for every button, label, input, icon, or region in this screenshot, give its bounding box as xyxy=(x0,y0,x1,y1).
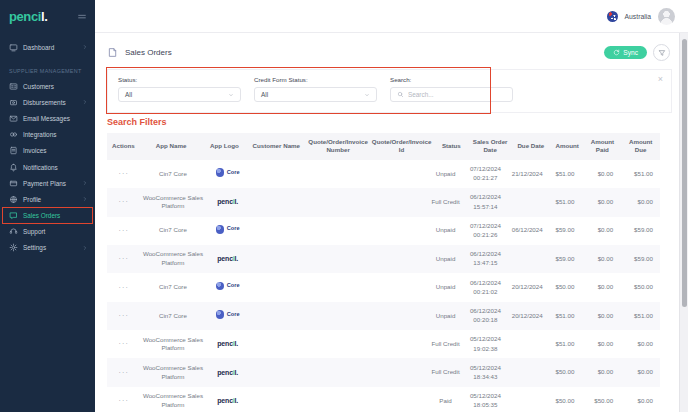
cin7-core-logo: Core xyxy=(216,310,240,319)
credit-form-status-select[interactable]: All xyxy=(254,87,377,102)
table-row[interactable]: ··· Cin7 Core Core Unpaid 06/12/202400:2… xyxy=(107,302,660,330)
cell-due-date xyxy=(507,256,548,262)
sidebar-item-integrations[interactable]: Integrations xyxy=(0,127,95,143)
sidebar-item-customers[interactable]: Customers xyxy=(0,78,95,94)
sidebar-item-profile[interactable]: Profile xyxy=(0,191,95,207)
sync-icon xyxy=(613,49,620,56)
support-icon xyxy=(9,227,18,236)
cell-status: Unpaid xyxy=(427,167,464,182)
search-input[interactable] xyxy=(408,91,506,98)
row-actions-button[interactable]: ··· xyxy=(107,223,141,239)
sidebar-item-payment-plans[interactable]: Payment Plans xyxy=(0,175,95,191)
sidebar-item-notifications[interactable]: Notifications xyxy=(0,159,95,175)
cell-due-date xyxy=(507,199,548,205)
status-select[interactable]: All xyxy=(118,87,241,102)
cell-quote-order-invoice-number xyxy=(312,398,377,404)
column-header-customer-name: Customer Name xyxy=(246,137,306,155)
row-actions-button[interactable]: ··· xyxy=(107,194,141,210)
cin7-core-logo: Core xyxy=(216,168,240,177)
credit-form-status-value: All xyxy=(261,91,268,98)
sidebar-item-label: Profile xyxy=(23,196,41,203)
sidebar-item-invoices[interactable]: Invoices xyxy=(0,143,95,159)
cell-app-logo: Core xyxy=(205,222,250,239)
cell-due-date: 20/12/2024 xyxy=(507,309,548,324)
row-actions-button[interactable]: ··· xyxy=(107,336,141,352)
table-row[interactable]: ··· Cin7 Core Core Unpaid 06/12/202400:2… xyxy=(107,273,660,301)
scrollbar[interactable] xyxy=(679,33,688,412)
row-actions-button[interactable]: ··· xyxy=(107,280,141,296)
pencil-logo[interactable]: pencil. xyxy=(9,9,47,24)
user-avatar[interactable] xyxy=(658,8,675,25)
annotation-label-search-filters: Search Filters xyxy=(107,117,679,127)
row-actions-button[interactable]: ··· xyxy=(107,251,141,267)
cell-customer-name xyxy=(250,256,312,262)
sidebar-primary-nav: Dashboard xyxy=(0,38,95,56)
cell-amount-due: $50.00 xyxy=(620,280,660,295)
cell-quote-order-invoice-id xyxy=(376,199,427,205)
sidebar-management-nav: Customers Disbursements Email Messages I… xyxy=(0,78,95,256)
table-row[interactable]: ··· WooCommerce Sales Platform pencil. P… xyxy=(107,387,660,412)
cell-due-date xyxy=(507,398,548,404)
cell-app-logo: pencil. xyxy=(205,251,250,267)
region-label[interactable]: Australia xyxy=(625,13,651,20)
sidebar-item-label: Invoices xyxy=(23,147,46,154)
cell-app-name: Cin7 Core xyxy=(141,167,206,182)
sidebar-item-dashboard[interactable]: Dashboard xyxy=(0,38,95,56)
row-actions-button[interactable]: ··· xyxy=(107,365,141,381)
sidebar-item-settings[interactable]: Settings xyxy=(0,240,95,256)
pencil-logo: pencil. xyxy=(217,369,238,376)
cell-due-date xyxy=(507,370,548,376)
sidebar-logo: pencil. xyxy=(0,0,95,33)
sidebar-item-disbursements[interactable]: Disbursements xyxy=(0,94,95,110)
cell-quote-order-invoice-number xyxy=(312,284,377,290)
cell-app-name: Cin7 Core xyxy=(141,309,206,324)
table-row[interactable]: ··· WooCommerce Sales Platform pencil. F… xyxy=(107,188,660,216)
cell-due-date: 06/12/2024 xyxy=(507,223,548,238)
funnel-icon xyxy=(658,49,666,57)
table-row[interactable]: ··· WooCommerce Sales Platform pencil. F… xyxy=(107,358,660,386)
cell-customer-name xyxy=(250,228,312,234)
column-header-app-logo: App Logo xyxy=(203,137,247,155)
sidebar-item-support[interactable]: Support xyxy=(0,224,95,240)
hamburger-menu-icon[interactable] xyxy=(77,12,87,22)
cell-amount: $50.00 xyxy=(548,280,582,295)
credit-form-status-filter-group: Credit Form Status: All xyxy=(254,76,377,102)
column-header-quote-order-invoice-id: Quote/Order/Invoice Id xyxy=(370,133,433,160)
table-row[interactable]: ··· Cin7 Core Core Unpaid 07/12/202400:2… xyxy=(107,217,660,245)
column-header-quote-order-invoice-number: Quote/Order/Invoice Number xyxy=(306,133,369,160)
table-row[interactable]: ··· Cin7 Core Core Unpaid 07/12/202400:2… xyxy=(107,160,660,188)
column-header-due-date: Due Date xyxy=(511,137,551,155)
cell-app-logo: Core xyxy=(205,307,250,324)
sync-button[interactable]: Sync xyxy=(604,46,647,59)
row-actions-button[interactable]: ··· xyxy=(107,166,141,182)
scrollbar-thumb[interactable] xyxy=(682,39,687,307)
sidebar-item-sales-orders[interactable]: Sales Orders xyxy=(0,208,95,224)
cell-sales-order-date: 07/12/202400:21:27 xyxy=(464,162,507,186)
cell-amount: $51.00 xyxy=(548,337,582,352)
row-actions-button[interactable]: ··· xyxy=(107,393,141,409)
cell-quote-order-invoice-id xyxy=(376,228,427,234)
table-row[interactable]: ··· WooCommerce Sales Platform pencil. F… xyxy=(107,330,660,358)
cell-customer-name xyxy=(250,370,312,376)
cell-amount: $59.00 xyxy=(548,252,582,267)
search-icon xyxy=(397,91,404,98)
cell-app-name: Cin7 Core xyxy=(141,280,206,295)
cell-customer-name xyxy=(250,171,312,177)
cin7-globe-icon xyxy=(216,225,225,234)
column-header-amount-due: Amount Due xyxy=(621,133,660,160)
column-header-sales-order-date: Sales Order Date xyxy=(469,133,511,160)
table-header-row: ActionsApp NameApp LogoCustomer NameQuot… xyxy=(107,133,660,160)
sidebar-item-email-messages[interactable]: Email Messages xyxy=(0,110,95,126)
cell-app-name: Cin7 Core xyxy=(141,223,206,238)
cell-app-logo: Core xyxy=(205,279,250,296)
table-row[interactable]: ··· WooCommerce Sales Platform pencil. U… xyxy=(107,245,660,273)
cell-app-logo: pencil. xyxy=(205,393,250,409)
filter-button[interactable] xyxy=(653,44,670,61)
cell-sales-order-date: 05/12/202418:05:35 xyxy=(464,389,507,412)
sidebar-item-label: Integrations xyxy=(23,131,56,138)
row-actions-button[interactable]: ··· xyxy=(107,308,141,324)
close-icon[interactable]: × xyxy=(658,75,663,84)
column-header-app-name: App Name xyxy=(140,137,203,155)
customers-icon xyxy=(9,82,18,91)
search-filter-group: Search: xyxy=(390,76,513,102)
